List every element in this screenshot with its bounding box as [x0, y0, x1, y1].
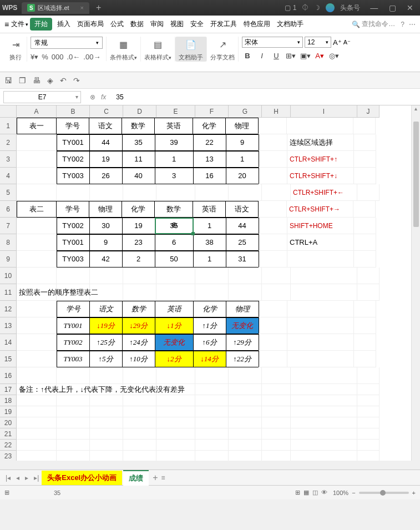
cell-C3[interactable]: 19 — [89, 151, 123, 168]
file-menu[interactable]: 文件▾ — [11, 19, 28, 29]
table-style-button[interactable]: ▤ 表格样式▾ — [141, 37, 175, 62]
spreadsheet-grid[interactable]: ABCDEFGHIJ 12345678910111213141516171819… — [0, 105, 420, 461]
cell-C16[interactable] — [90, 367, 123, 384]
menu-item[interactable]: 页面布局 — [74, 18, 107, 29]
increase-font-icon[interactable]: A⁺ — [333, 38, 342, 47]
cell-H12[interactable] — [259, 301, 287, 317]
cell-I21[interactable] — [291, 428, 357, 440]
row-header[interactable]: 5 — [0, 184, 17, 201]
cell-D14[interactable]: ↑24分 — [122, 334, 155, 351]
row-header[interactable]: 20 — [0, 417, 17, 428]
cell-C8[interactable]: 9 — [89, 234, 123, 251]
cond-format-button[interactable]: ▦ 条件格式▾ — [107, 37, 141, 62]
cell-J21[interactable] — [357, 428, 379, 440]
sheet-tab-1[interactable]: 头条Excel办公小动画 — [42, 471, 122, 485]
print-icon[interactable]: 🖶 — [33, 76, 41, 85]
cell-A16[interactable] — [17, 367, 57, 384]
cell-D10[interactable] — [123, 267, 156, 284]
cell-C14[interactable]: ↑25分 — [89, 334, 123, 351]
currency-icon[interactable]: ¥▾ — [31, 53, 38, 61]
cell-J20[interactable] — [357, 417, 379, 428]
cell-C12[interactable]: 语文 — [89, 301, 123, 317]
cell-H19[interactable] — [262, 406, 291, 417]
cell-A1[interactable]: 表一 — [17, 118, 57, 134]
cell-H3[interactable] — [259, 151, 287, 168]
cell-E1[interactable]: 英语 — [154, 118, 193, 134]
cell-E16[interactable] — [156, 367, 195, 384]
cell-H10[interactable] — [262, 267, 291, 284]
help-icon[interactable]: ? — [401, 21, 404, 28]
cell-G6[interactable]: 语文 — [225, 201, 259, 218]
cell-B6[interactable]: 学号 — [56, 201, 89, 218]
cell-B18[interactable] — [57, 395, 90, 406]
cell-I2[interactable]: 连续区域选择 — [287, 134, 354, 151]
avatar-icon[interactable] — [326, 3, 335, 12]
cell-B5[interactable] — [57, 184, 90, 201]
cell-J16[interactable] — [357, 367, 379, 384]
cell-I7[interactable]: SHIFT+HOME — [287, 218, 354, 234]
row-header[interactable]: 15 — [0, 351, 17, 367]
cell-C4[interactable]: 26 — [89, 168, 123, 184]
cell-D8[interactable]: 23 — [122, 234, 155, 251]
redo-icon[interactable]: ↷ — [73, 76, 80, 85]
cell-J14[interactable] — [354, 334, 376, 351]
cell-J11[interactable] — [357, 284, 379, 301]
cell-F23[interactable] — [195, 451, 229, 461]
cell-C15[interactable]: ↑5分 — [89, 351, 123, 367]
cell-D6[interactable]: 化学 — [122, 201, 155, 218]
row-header[interactable]: 9 — [0, 251, 17, 267]
copy-icon[interactable]: ❐ — [19, 76, 26, 85]
cell-E21[interactable] — [156, 428, 195, 440]
cell-B21[interactable] — [57, 428, 90, 440]
row-header[interactable]: 16 — [0, 367, 17, 384]
cell-D9[interactable]: 2 — [122, 251, 155, 267]
cell-J4[interactable] — [354, 168, 376, 184]
cell-A4[interactable] — [17, 168, 57, 184]
cell-J13[interactable] — [354, 317, 376, 334]
cell-C1[interactable]: 语文 — [89, 118, 122, 134]
cell-F17[interactable] — [195, 384, 229, 395]
sheet-next-icon[interactable]: ▸ — [23, 474, 31, 482]
decrease-font-icon[interactable]: A⁻ — [343, 39, 351, 46]
menu-item[interactable]: 公式 — [107, 18, 127, 29]
cell-C7[interactable]: 30 — [89, 218, 123, 234]
cell-A17[interactable]: 备注：↑代表上升，↓代表下降，无变化代表没有差异 — [17, 384, 57, 395]
select-all-corner[interactable] — [0, 105, 17, 118]
cell-F12[interactable]: 化学 — [193, 301, 226, 317]
cell-J2[interactable] — [354, 134, 376, 151]
cell-I9[interactable] — [287, 251, 354, 267]
sheet-last-icon[interactable]: ▸| — [32, 474, 41, 482]
cell-B14[interactable]: TY002 — [57, 334, 90, 351]
close-tab-icon[interactable]: × — [80, 4, 84, 11]
cell-I22[interactable] — [291, 440, 357, 451]
cell-A20[interactable] — [17, 417, 57, 428]
cell-J6[interactable] — [353, 201, 376, 218]
cell-D11[interactable] — [123, 284, 156, 301]
cell-A21[interactable] — [17, 428, 57, 440]
menu-item[interactable]: 审阅 — [147, 18, 167, 29]
row-header[interactable]: 6 — [0, 201, 17, 218]
cell-E10[interactable] — [156, 267, 195, 284]
cell-A3[interactable] — [17, 151, 57, 168]
cell-D20[interactable] — [123, 417, 156, 428]
col-header[interactable]: F — [195, 105, 229, 118]
highlight-button[interactable]: ◎▾ — [328, 52, 340, 60]
row-header[interactable]: 2 — [0, 134, 17, 151]
cell-E14[interactable]: 无变化 — [155, 334, 194, 351]
cell-I14[interactable] — [287, 334, 354, 351]
cell-J23[interactable] — [357, 451, 379, 461]
share-button[interactable]: ↗ 分享文档 — [207, 37, 239, 62]
add-sheet-icon[interactable]: + — [149, 473, 161, 483]
menu-item[interactable]: 视图 — [167, 18, 187, 29]
cell-F18[interactable] — [195, 395, 229, 406]
sheet-list-icon[interactable]: ≡ — [161, 474, 165, 482]
preview-icon[interactable]: ◈ — [47, 76, 53, 85]
cell-D15[interactable]: ↑10分 — [122, 351, 155, 367]
cell-E20[interactable] — [156, 417, 195, 428]
cell-G12[interactable]: 物理 — [226, 301, 259, 317]
zoom-slider[interactable] — [359, 492, 409, 494]
cell-G1[interactable]: 物理 — [225, 118, 259, 134]
cell-G8[interactable]: 25 — [226, 234, 259, 251]
cell-D7[interactable]: 19 — [122, 218, 155, 234]
cell-C6[interactable]: 物理 — [89, 201, 122, 218]
